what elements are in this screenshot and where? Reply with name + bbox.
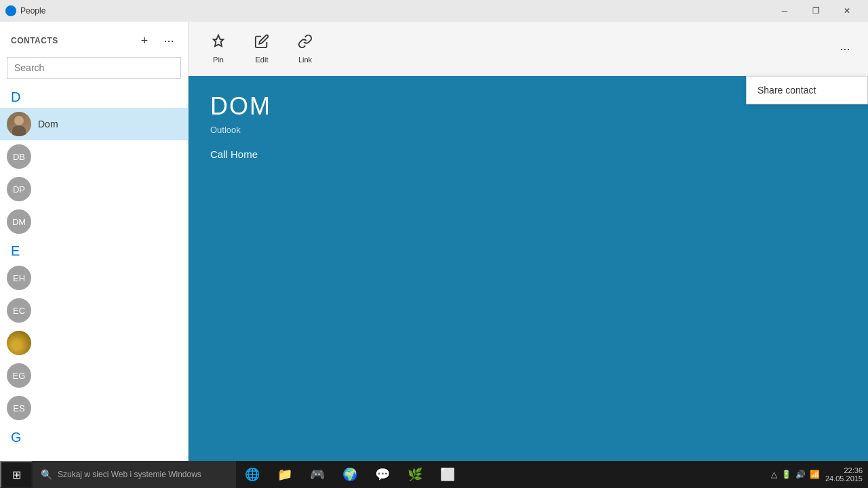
search-input[interactable] <box>7 57 181 79</box>
share-dropdown: Share contact <box>746 76 868 104</box>
main-content: Pin Edit Link ··· <box>189 22 868 461</box>
pin-button[interactable]: Pin <box>199 25 237 73</box>
avatar-eh: EH <box>7 266 31 290</box>
tray-icon-battery: 🔋 <box>781 470 791 479</box>
taskbar-app-globe[interactable]: 🌐 <box>236 461 269 488</box>
steam-icon: 🎮 <box>310 467 325 482</box>
taskbar-app-messenger[interactable]: 💬 <box>366 461 399 488</box>
share-contact-item[interactable]: Share contact <box>747 77 867 104</box>
avatar-dm: DM <box>7 209 31 234</box>
contact-item-eh[interactable]: EH <box>0 262 188 294</box>
browser-icon: 🌍 <box>342 467 357 482</box>
contact-item-special[interactable] <box>0 327 188 359</box>
more-icon: ··· <box>840 42 850 56</box>
taskbar-app-leaf[interactable]: 🌿 <box>399 461 431 488</box>
taskbar-time: 22:36 <box>844 466 863 474</box>
window-controls: ─ ❐ ✕ <box>769 0 863 22</box>
contact-item-dm[interactable]: DM <box>0 205 188 238</box>
toolbar: Pin Edit Link ··· <box>189 22 868 76</box>
contact-item-dom[interactable]: Dom <box>0 108 188 140</box>
taskbar-app-browser[interactable]: 🌍 <box>334 461 366 488</box>
contact-item-es[interactable]: ES <box>0 392 188 424</box>
link-button[interactable]: Link <box>286 25 324 73</box>
edit-label: Edit <box>256 56 269 64</box>
avatar-es: ES <box>7 396 31 420</box>
contact-list: D Dom DB DP DM E EH EC EG ES <box>0 84 188 461</box>
contact-name-dom: Dom <box>38 119 58 129</box>
sidebar-more-button[interactable]: ··· <box>158 30 180 52</box>
avatar-special <box>7 331 31 355</box>
search-globe-icon: 🔍 <box>41 469 52 480</box>
group-letter-e: E <box>0 238 188 262</box>
pin-icon <box>211 34 226 53</box>
avatar-ec: EC <box>7 298 31 323</box>
app-icon <box>5 5 16 16</box>
tray-icon-network2: 📶 <box>810 470 820 479</box>
sidebar: CONTACTS + ··· D Dom DB DP DM E EH EC <box>0 22 189 461</box>
avatar-eg: EG <box>7 363 31 388</box>
taskbar-app-folder[interactable]: 📁 <box>269 461 301 488</box>
system-tray-icons: △ 🔋 🔊 📶 <box>771 470 820 479</box>
taskbar: ⊞ 🔍 Szukaj w sieci Web i systemie Window… <box>0 461 868 488</box>
group-letter-d: D <box>0 84 188 108</box>
add-contact-button[interactable]: + <box>134 30 155 52</box>
taskbar-search[interactable]: 🔍 Szukaj w sieci Web i systemie Windows <box>33 461 236 488</box>
contact-item-db[interactable]: DB <box>0 140 188 173</box>
contact-detail: DOM Outlook Call Home <box>189 76 868 461</box>
search-container <box>0 57 188 84</box>
contact-item-eg[interactable]: EG <box>0 359 188 392</box>
start-button[interactable]: ⊞ <box>0 461 33 488</box>
messenger-icon: 💬 <box>375 467 390 482</box>
globe-icon: 🌐 <box>245 467 260 482</box>
contact-detail-source: Outlook <box>210 125 846 135</box>
restore-button[interactable]: ❐ <box>800 0 831 22</box>
contact-item-ec[interactable]: EC <box>0 294 188 327</box>
minimize-button[interactable]: ─ <box>769 0 800 22</box>
taskview-icon: ⬜ <box>440 467 455 482</box>
title-bar-left: People <box>5 5 45 16</box>
avatar-dom <box>7 112 31 136</box>
close-button[interactable]: ✕ <box>831 0 863 22</box>
contacts-label: CONTACTS <box>11 36 58 45</box>
pin-label: Pin <box>213 56 224 64</box>
leaf-icon: 🌿 <box>408 467 422 482</box>
avatar-db: DB <box>7 144 31 169</box>
sidebar-header: CONTACTS + ··· <box>0 22 188 57</box>
folder-icon: 📁 <box>277 467 292 482</box>
avatar-dp: DP <box>7 177 31 201</box>
link-icon <box>298 34 313 53</box>
sidebar-actions: + ··· <box>134 30 180 52</box>
contact-item-dp[interactable]: DP <box>0 173 188 205</box>
toolbar-more-button[interactable]: ··· <box>833 37 857 61</box>
edit-icon <box>254 34 269 53</box>
taskbar-apps: 🌐 📁 🎮 🌍 💬 🌿 ⬜ <box>236 461 464 488</box>
edit-button[interactable]: Edit <box>243 25 281 73</box>
taskbar-search-text: Szukaj w sieci Web i systemie Windows <box>58 470 201 479</box>
taskbar-date: 24.05.2015 <box>825 474 863 483</box>
start-icon: ⊞ <box>12 468 21 481</box>
taskbar-clock[interactable]: 22:36 24.05.2015 <box>825 466 863 483</box>
taskbar-app-steam[interactable]: 🎮 <box>301 461 334 488</box>
taskbar-app-taskview[interactable]: ⬜ <box>431 461 464 488</box>
link-label: Link <box>298 56 312 64</box>
tray-icon-network: △ <box>771 470 777 479</box>
taskbar-right: △ 🔋 🔊 📶 22:36 24.05.2015 <box>766 466 868 483</box>
group-letter-g: G <box>0 424 188 448</box>
title-bar: People ─ ❐ ✕ <box>0 0 868 22</box>
app-title: People <box>20 6 45 16</box>
contact-call-home[interactable]: Call Home <box>210 148 846 160</box>
tray-icon-volume: 🔊 <box>795 470 806 479</box>
toolbar-more-container: ··· <box>833 37 857 61</box>
